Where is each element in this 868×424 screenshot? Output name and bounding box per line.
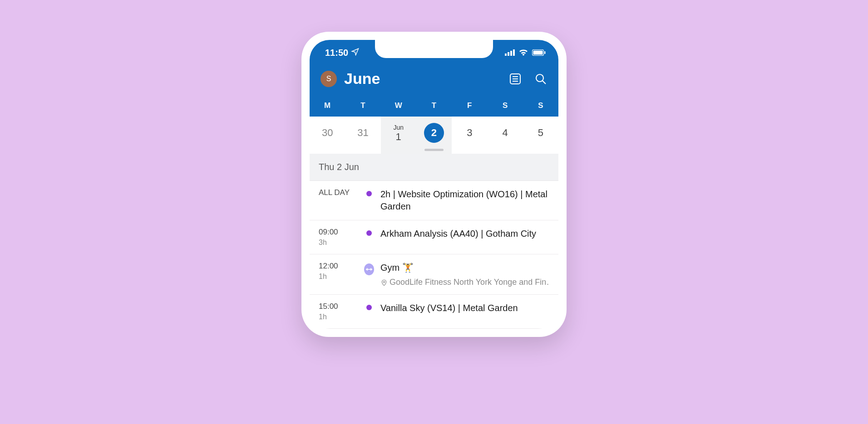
event-indicator — [364, 302, 374, 321]
event-indicator — [364, 188, 374, 213]
event-indicator — [364, 228, 374, 247]
date-number: 2 — [424, 123, 444, 143]
date-number: 5 — [538, 128, 543, 138]
event-row[interactable]: 15:001hVanilla Sky (VS14) | Metal Garden — [310, 295, 558, 329]
event-title: Arkham Analysis (AA40) | Gotham City — [380, 228, 549, 240]
month-title[interactable]: June — [344, 70, 501, 88]
location-icon — [351, 48, 359, 58]
event-body: Arkham Analysis (AA40) | Gotham City — [380, 228, 549, 247]
date-number: 30 — [322, 128, 333, 138]
weekday-header: MTWTFSS — [310, 93, 558, 117]
weekday-label: T — [416, 101, 452, 110]
svg-rect-2 — [510, 51, 512, 56]
date-strip[interactable]: 3031Jun12345 — [310, 117, 558, 154]
event-row[interactable]: ALL DAY2h | Website Optimization (WO16) … — [310, 181, 558, 220]
svg-rect-5 — [533, 50, 543, 54]
search-button[interactable] — [534, 72, 547, 86]
cellular-icon — [505, 48, 515, 58]
date-cell[interactable]: 31 — [345, 117, 380, 154]
location-pin-icon — [380, 279, 388, 286]
event-time: 15:001h — [319, 302, 358, 321]
event-time: 09:003h — [319, 228, 358, 247]
event-body: Vanilla Sky (VS14) | Metal Garden — [380, 302, 549, 321]
svg-point-18 — [383, 281, 385, 283]
fitness-icon — [364, 263, 374, 275]
phone-frame: 11:50 S — [301, 32, 567, 337]
category-dot-icon — [366, 305, 372, 310]
date-number: 1 — [396, 132, 401, 142]
date-month-label: Jun — [393, 124, 404, 131]
drag-handle[interactable] — [424, 149, 444, 151]
event-time: ALL DAY — [319, 188, 358, 213]
notch — [375, 40, 493, 58]
svg-rect-6 — [544, 51, 546, 54]
event-start-time: 09:00 — [319, 228, 358, 237]
date-number: 4 — [502, 128, 508, 138]
event-time: 12:001h — [319, 262, 358, 287]
wifi-icon — [518, 48, 528, 58]
event-start-time: ALL DAY — [319, 188, 358, 197]
avatar[interactable]: S — [321, 71, 337, 87]
svg-point-11 — [536, 74, 543, 82]
event-row[interactable]: 09:003hArkham Analysis (AA40) | Gotham C… — [310, 220, 558, 254]
event-indicator — [364, 262, 374, 287]
battery-icon — [532, 48, 546, 58]
weekday-label: F — [452, 101, 487, 110]
event-body: Gym 🏋️GoodLife Fitness North York Yonge … — [380, 262, 549, 287]
svg-rect-1 — [508, 52, 509, 56]
event-duration: 3h — [319, 239, 358, 247]
weekday-label: W — [381, 101, 416, 110]
date-cell[interactable]: 5 — [523, 117, 558, 154]
category-dot-icon — [366, 191, 372, 196]
event-location: GoodLife Fitness North York Yonge and Fi… — [380, 278, 549, 287]
weekday-label: S — [523, 101, 558, 110]
svg-rect-0 — [505, 54, 507, 56]
event-duration: 1h — [319, 313, 358, 321]
date-cell[interactable]: 2 — [416, 117, 452, 154]
agenda-view-button[interactable] — [508, 72, 522, 86]
date-cell[interactable]: 3 — [452, 117, 487, 154]
title-bar: S June — [310, 60, 558, 93]
event-start-time: 15:00 — [319, 302, 358, 311]
event-body: 2h | Website Optimization (WO16) | Metal… — [380, 188, 549, 213]
category-dot-icon — [366, 230, 372, 236]
date-cell[interactable]: 4 — [487, 117, 523, 154]
date-cell[interactable]: 30 — [310, 117, 345, 154]
date-number: 3 — [467, 128, 472, 138]
date-cell[interactable]: Jun1 — [381, 117, 416, 154]
event-title: Vanilla Sky (VS14) | Metal Garden — [380, 302, 549, 314]
event-title: Gym 🏋️ — [380, 262, 549, 274]
agenda-section-header: Thu 2 Jun — [310, 154, 558, 181]
event-duration: 1h — [319, 273, 358, 281]
event-row[interactable]: 12:001hGym 🏋️GoodLife Fitness North York… — [310, 254, 558, 295]
weekday-label: T — [345, 101, 380, 110]
event-start-time: 12:00 — [319, 262, 358, 271]
svg-line-12 — [542, 81, 546, 84]
svg-rect-3 — [513, 49, 515, 56]
status-time: 11:50 — [325, 48, 348, 58]
date-number: 31 — [357, 128, 368, 138]
weekday-label: S — [487, 101, 523, 110]
agenda-list: ALL DAY2h | Website Optimization (WO16) … — [310, 181, 558, 329]
weekday-label: M — [310, 101, 345, 110]
screen: 11:50 S — [310, 40, 558, 329]
event-title: 2h | Website Optimization (WO16) | Metal… — [380, 188, 549, 213]
